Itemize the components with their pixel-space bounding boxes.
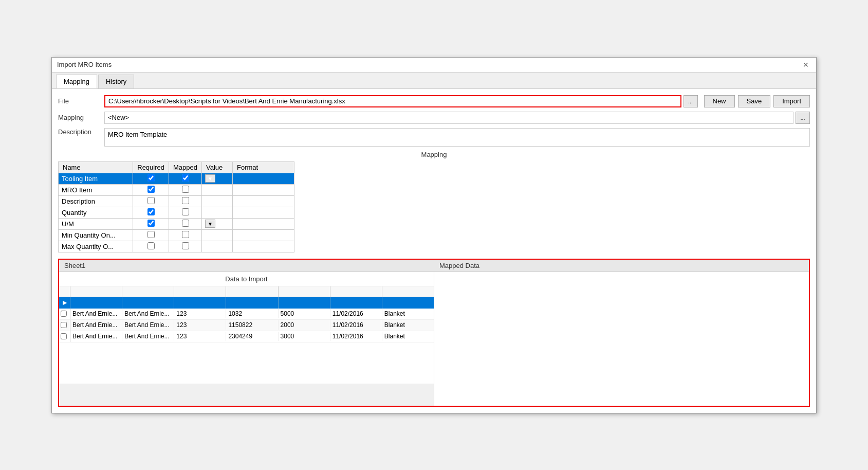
row-value[interactable]: ▼	[202, 218, 233, 229]
row-checkbox[interactable]	[61, 311, 67, 317]
sheet-tab[interactable]: Sheet1	[59, 260, 434, 272]
cell	[279, 297, 330, 309]
required-checkbox[interactable]	[147, 186, 155, 193]
cell	[122, 297, 174, 309]
cell: 1032	[226, 309, 278, 318]
mapped-checkbox[interactable]	[182, 231, 189, 238]
mapping-input[interactable]	[104, 112, 793, 124]
row-checkbox[interactable]	[61, 322, 67, 328]
cell: Bert And Ernie...	[70, 332, 122, 341]
mapped-checkbox[interactable]	[182, 186, 189, 193]
row-mapped[interactable]	[169, 218, 202, 229]
file-label: File	[58, 97, 104, 105]
row-required[interactable]	[133, 241, 169, 252]
new-button[interactable]: New	[704, 95, 735, 107]
row-value[interactable]: ▼	[202, 173, 233, 184]
cell: 1150822	[226, 320, 278, 330]
row-name: Max Quantity O...	[59, 241, 133, 252]
mapped-checkbox[interactable]	[182, 220, 189, 227]
mapped-checkbox[interactable]	[182, 174, 189, 182]
mapped-checkbox[interactable]	[182, 197, 189, 204]
row-format	[233, 218, 294, 229]
mapped-checkbox[interactable]	[182, 242, 189, 249]
row-required[interactable]	[133, 229, 169, 241]
row-value	[202, 207, 233, 218]
row-format	[233, 195, 294, 207]
required-checkbox[interactable]	[147, 197, 155, 204]
file-input[interactable]	[104, 95, 681, 107]
mapping-label: Mapping	[58, 114, 104, 121]
cell: 123	[174, 309, 226, 318]
required-checkbox[interactable]	[147, 220, 155, 227]
row-indicator	[59, 309, 70, 319]
import-data-row[interactable]: Bert And Ernie... Bert And Ernie... 123 …	[59, 309, 434, 320]
import-data-row[interactable]: Bert And Ernie... Bert And Ernie... 123 …	[59, 320, 434, 331]
col-value: Value	[202, 161, 233, 173]
row-value	[202, 195, 233, 207]
value-dropdown[interactable]: ▼	[205, 174, 215, 183]
tab-history[interactable]: History	[98, 75, 134, 88]
cell: 123	[174, 332, 226, 341]
mapped-panel: Mapped Data	[434, 260, 809, 406]
table-row: MRO Item	[59, 184, 294, 195]
close-button[interactable]: ✕	[801, 61, 811, 69]
col-div	[122, 286, 174, 297]
row-mapped[interactable]	[169, 229, 202, 241]
required-checkbox[interactable]	[147, 242, 155, 249]
row-indicator	[59, 331, 70, 342]
row-name: MRO Item	[59, 184, 133, 195]
title-bar: Import MRO Items ✕	[52, 58, 816, 73]
cell: 3000	[279, 332, 330, 341]
cell: Bert And Ernie...	[122, 332, 174, 341]
row-mapped[interactable]	[169, 195, 202, 207]
table-row: Quantity	[59, 207, 294, 218]
mapping-table: Name Required Mapped Value Format Toolin…	[58, 161, 294, 252]
row-required[interactable]	[133, 195, 169, 207]
col-mapped: Mapped	[169, 161, 202, 173]
cell: Blanket	[382, 332, 434, 341]
table-row: Max Quantity O...	[59, 241, 294, 252]
value-dropdown[interactable]: ▼	[205, 220, 215, 228]
col-div	[382, 286, 434, 297]
window-title: Import MRO Items	[57, 61, 112, 68]
description-field[interactable]: MRO Item Template	[104, 128, 810, 147]
import-data-row[interactable]: Bert And Ernie... Bert And Ernie... 123 …	[59, 331, 434, 342]
row-required[interactable]	[133, 218, 169, 229]
row-value	[202, 229, 233, 241]
action-buttons: New Save Import	[704, 95, 810, 107]
row-mapped[interactable]	[169, 207, 202, 218]
cell	[70, 297, 122, 309]
required-checkbox[interactable]	[147, 174, 155, 182]
mapping-browse-button[interactable]: ...	[796, 112, 810, 124]
row-mapped[interactable]	[169, 173, 202, 184]
save-button[interactable]: Save	[738, 95, 771, 107]
col-div	[279, 286, 330, 297]
mapping-section-header: Mapping	[58, 151, 810, 158]
row-name: Tooling Item	[59, 173, 133, 184]
description-label: Description	[58, 128, 104, 136]
main-window: Import MRO Items ✕ Mapping History File …	[51, 57, 817, 413]
sheet-panel: Sheet1 Data to Import	[59, 260, 434, 406]
cell: 11/02/2016	[330, 332, 382, 341]
cell: Bert And Ernie...	[122, 309, 174, 318]
file-browse-button[interactable]: ...	[684, 95, 698, 107]
row-mapped[interactable]	[169, 184, 202, 195]
required-checkbox[interactable]	[147, 208, 155, 215]
mapped-content-area	[434, 272, 809, 406]
row-required[interactable]	[133, 173, 169, 184]
tab-mapping[interactable]: Mapping	[56, 75, 97, 88]
row-name: Quantity	[59, 207, 133, 218]
data-import-header: Data to Import	[59, 272, 434, 286]
empty-area	[59, 342, 434, 384]
row-mapped[interactable]	[169, 241, 202, 252]
col-required: Required	[133, 161, 169, 173]
row-required[interactable]	[133, 184, 169, 195]
row-indicator	[59, 320, 70, 331]
import-button[interactable]: Import	[773, 95, 810, 107]
import-selected-row[interactable]: ▶	[59, 297, 434, 309]
required-checkbox[interactable]	[147, 231, 155, 238]
table-row: Description	[59, 195, 294, 207]
mapped-checkbox[interactable]	[182, 208, 189, 215]
row-checkbox[interactable]	[61, 333, 67, 339]
row-required[interactable]	[133, 207, 169, 218]
